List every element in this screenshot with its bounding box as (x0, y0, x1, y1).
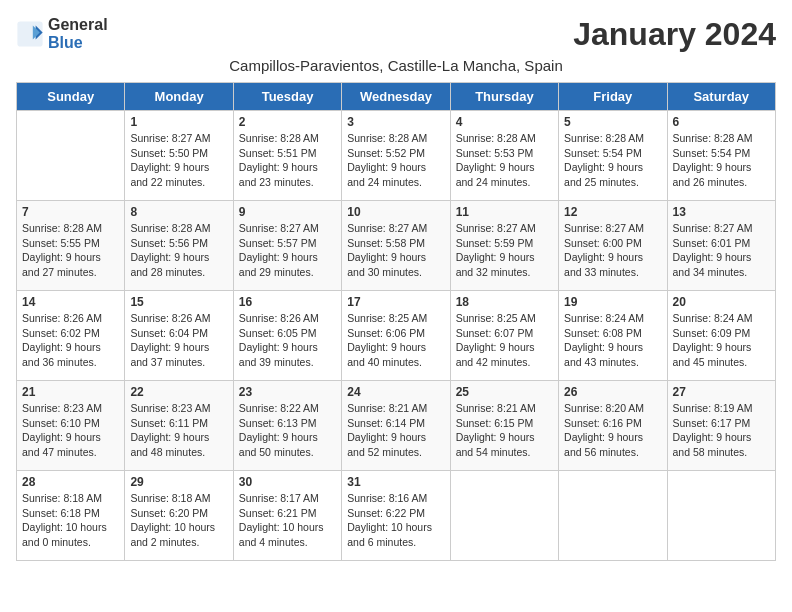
cell-sun-info: Sunrise: 8:27 AM Sunset: 5:59 PM Dayligh… (456, 221, 553, 280)
weekday-header-thursday: Thursday (450, 83, 558, 111)
calendar-cell: 14Sunrise: 8:26 AM Sunset: 6:02 PM Dayli… (17, 291, 125, 381)
cell-sun-info: Sunrise: 8:21 AM Sunset: 6:14 PM Dayligh… (347, 401, 444, 460)
calendar-cell: 15Sunrise: 8:26 AM Sunset: 6:04 PM Dayli… (125, 291, 233, 381)
day-number: 7 (22, 205, 119, 219)
cell-sun-info: Sunrise: 8:26 AM Sunset: 6:02 PM Dayligh… (22, 311, 119, 370)
day-number: 14 (22, 295, 119, 309)
page-header: General Blue January 2024 (16, 16, 776, 53)
calendar-body: 1Sunrise: 8:27 AM Sunset: 5:50 PM Daylig… (17, 111, 776, 561)
calendar-cell: 16Sunrise: 8:26 AM Sunset: 6:05 PM Dayli… (233, 291, 341, 381)
day-number: 19 (564, 295, 661, 309)
day-number: 4 (456, 115, 553, 129)
calendar-week-2: 7Sunrise: 8:28 AM Sunset: 5:55 PM Daylig… (17, 201, 776, 291)
day-number: 29 (130, 475, 227, 489)
cell-sun-info: Sunrise: 8:28 AM Sunset: 5:53 PM Dayligh… (456, 131, 553, 190)
day-number: 27 (673, 385, 770, 399)
calendar-cell: 9Sunrise: 8:27 AM Sunset: 5:57 PM Daylig… (233, 201, 341, 291)
calendar-cell: 28Sunrise: 8:18 AM Sunset: 6:18 PM Dayli… (17, 471, 125, 561)
day-number: 20 (673, 295, 770, 309)
cell-sun-info: Sunrise: 8:27 AM Sunset: 5:57 PM Dayligh… (239, 221, 336, 280)
calendar-cell: 13Sunrise: 8:27 AM Sunset: 6:01 PM Dayli… (667, 201, 775, 291)
cell-sun-info: Sunrise: 8:28 AM Sunset: 5:54 PM Dayligh… (673, 131, 770, 190)
calendar-cell: 26Sunrise: 8:20 AM Sunset: 6:16 PM Dayli… (559, 381, 667, 471)
calendar-cell: 10Sunrise: 8:27 AM Sunset: 5:58 PM Dayli… (342, 201, 450, 291)
day-number: 21 (22, 385, 119, 399)
logo-icon (16, 20, 44, 48)
calendar-cell (559, 471, 667, 561)
day-number: 2 (239, 115, 336, 129)
calendar-week-4: 21Sunrise: 8:23 AM Sunset: 6:10 PM Dayli… (17, 381, 776, 471)
calendar-cell: 7Sunrise: 8:28 AM Sunset: 5:55 PM Daylig… (17, 201, 125, 291)
day-number: 8 (130, 205, 227, 219)
cell-sun-info: Sunrise: 8:28 AM Sunset: 5:56 PM Dayligh… (130, 221, 227, 280)
logo-text: General Blue (48, 16, 108, 52)
calendar-cell (17, 111, 125, 201)
calendar-header-row: SundayMondayTuesdayWednesdayThursdayFrid… (17, 83, 776, 111)
cell-sun-info: Sunrise: 8:18 AM Sunset: 6:20 PM Dayligh… (130, 491, 227, 550)
weekday-header-wednesday: Wednesday (342, 83, 450, 111)
cell-sun-info: Sunrise: 8:16 AM Sunset: 6:22 PM Dayligh… (347, 491, 444, 550)
day-number: 15 (130, 295, 227, 309)
calendar-cell: 31Sunrise: 8:16 AM Sunset: 6:22 PM Dayli… (342, 471, 450, 561)
cell-sun-info: Sunrise: 8:26 AM Sunset: 6:04 PM Dayligh… (130, 311, 227, 370)
day-number: 18 (456, 295, 553, 309)
calendar-cell: 25Sunrise: 8:21 AM Sunset: 6:15 PM Dayli… (450, 381, 558, 471)
location-title: Campillos-Paravientos, Castille-La Manch… (16, 57, 776, 74)
cell-sun-info: Sunrise: 8:25 AM Sunset: 6:07 PM Dayligh… (456, 311, 553, 370)
day-number: 1 (130, 115, 227, 129)
calendar-cell: 6Sunrise: 8:28 AM Sunset: 5:54 PM Daylig… (667, 111, 775, 201)
day-number: 24 (347, 385, 444, 399)
cell-sun-info: Sunrise: 8:19 AM Sunset: 6:17 PM Dayligh… (673, 401, 770, 460)
calendar-cell: 19Sunrise: 8:24 AM Sunset: 6:08 PM Dayli… (559, 291, 667, 381)
weekday-header-saturday: Saturday (667, 83, 775, 111)
day-number: 16 (239, 295, 336, 309)
cell-sun-info: Sunrise: 8:28 AM Sunset: 5:52 PM Dayligh… (347, 131, 444, 190)
calendar-cell: 2Sunrise: 8:28 AM Sunset: 5:51 PM Daylig… (233, 111, 341, 201)
day-number: 30 (239, 475, 336, 489)
calendar-cell: 8Sunrise: 8:28 AM Sunset: 5:56 PM Daylig… (125, 201, 233, 291)
calendar-cell: 5Sunrise: 8:28 AM Sunset: 5:54 PM Daylig… (559, 111, 667, 201)
cell-sun-info: Sunrise: 8:24 AM Sunset: 6:09 PM Dayligh… (673, 311, 770, 370)
calendar-cell: 22Sunrise: 8:23 AM Sunset: 6:11 PM Dayli… (125, 381, 233, 471)
day-number: 17 (347, 295, 444, 309)
calendar-cell: 17Sunrise: 8:25 AM Sunset: 6:06 PM Dayli… (342, 291, 450, 381)
calendar-cell: 23Sunrise: 8:22 AM Sunset: 6:13 PM Dayli… (233, 381, 341, 471)
calendar-table: SundayMondayTuesdayWednesdayThursdayFrid… (16, 82, 776, 561)
cell-sun-info: Sunrise: 8:23 AM Sunset: 6:11 PM Dayligh… (130, 401, 227, 460)
cell-sun-info: Sunrise: 8:17 AM Sunset: 6:21 PM Dayligh… (239, 491, 336, 550)
calendar-cell: 11Sunrise: 8:27 AM Sunset: 5:59 PM Dayli… (450, 201, 558, 291)
cell-sun-info: Sunrise: 8:28 AM Sunset: 5:54 PM Dayligh… (564, 131, 661, 190)
day-number: 11 (456, 205, 553, 219)
day-number: 3 (347, 115, 444, 129)
calendar-cell (667, 471, 775, 561)
day-number: 22 (130, 385, 227, 399)
weekday-header-monday: Monday (125, 83, 233, 111)
cell-sun-info: Sunrise: 8:27 AM Sunset: 6:01 PM Dayligh… (673, 221, 770, 280)
calendar-cell: 3Sunrise: 8:28 AM Sunset: 5:52 PM Daylig… (342, 111, 450, 201)
calendar-cell: 21Sunrise: 8:23 AM Sunset: 6:10 PM Dayli… (17, 381, 125, 471)
calendar-cell: 4Sunrise: 8:28 AM Sunset: 5:53 PM Daylig… (450, 111, 558, 201)
cell-sun-info: Sunrise: 8:23 AM Sunset: 6:10 PM Dayligh… (22, 401, 119, 460)
weekday-header-friday: Friday (559, 83, 667, 111)
day-number: 13 (673, 205, 770, 219)
day-number: 5 (564, 115, 661, 129)
calendar-cell: 20Sunrise: 8:24 AM Sunset: 6:09 PM Dayli… (667, 291, 775, 381)
calendar-week-3: 14Sunrise: 8:26 AM Sunset: 6:02 PM Dayli… (17, 291, 776, 381)
day-number: 9 (239, 205, 336, 219)
cell-sun-info: Sunrise: 8:18 AM Sunset: 6:18 PM Dayligh… (22, 491, 119, 550)
day-number: 12 (564, 205, 661, 219)
cell-sun-info: Sunrise: 8:28 AM Sunset: 5:51 PM Dayligh… (239, 131, 336, 190)
day-number: 6 (673, 115, 770, 129)
cell-sun-info: Sunrise: 8:27 AM Sunset: 5:50 PM Dayligh… (130, 131, 227, 190)
calendar-cell (450, 471, 558, 561)
calendar-cell: 12Sunrise: 8:27 AM Sunset: 6:00 PM Dayli… (559, 201, 667, 291)
day-number: 26 (564, 385, 661, 399)
cell-sun-info: Sunrise: 8:28 AM Sunset: 5:55 PM Dayligh… (22, 221, 119, 280)
cell-sun-info: Sunrise: 8:27 AM Sunset: 5:58 PM Dayligh… (347, 221, 444, 280)
calendar-week-1: 1Sunrise: 8:27 AM Sunset: 5:50 PM Daylig… (17, 111, 776, 201)
calendar-cell: 29Sunrise: 8:18 AM Sunset: 6:20 PM Dayli… (125, 471, 233, 561)
cell-sun-info: Sunrise: 8:26 AM Sunset: 6:05 PM Dayligh… (239, 311, 336, 370)
day-number: 28 (22, 475, 119, 489)
day-number: 31 (347, 475, 444, 489)
calendar-cell: 27Sunrise: 8:19 AM Sunset: 6:17 PM Dayli… (667, 381, 775, 471)
